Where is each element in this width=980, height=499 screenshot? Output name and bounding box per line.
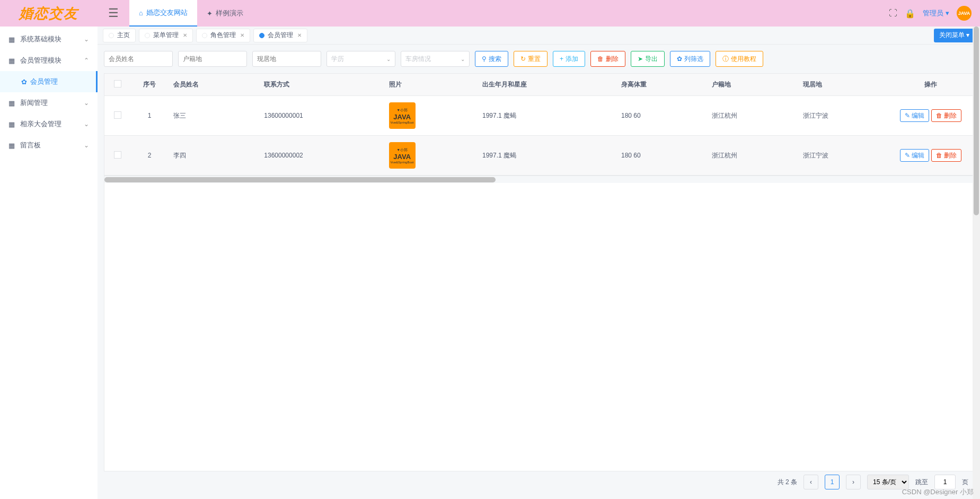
scrollbar-thumb[interactable] [104, 177, 496, 182]
delete-button[interactable]: 🗑删除 [590, 51, 625, 67]
export-button[interactable]: ➤导出 [631, 51, 665, 67]
page-number[interactable]: 1 [825, 475, 840, 489]
grid-icon: ▦ [8, 142, 16, 150]
header: ☰ ⌂ 婚恋交友网站 ✦ 样例演示 ⛶ 🔒 管理员 ▾ JAVA [98, 0, 980, 27]
sidebar-item-member-module[interactable]: ▦ 会员管理模块 ⌃ [0, 50, 98, 71]
close-icon[interactable]: ✕ [183, 32, 187, 38]
search-icon: ⚲ [482, 55, 487, 63]
cell-photo: ▼小郑JAVAVue&SpringBoot [384, 96, 477, 136]
column-filter-button[interactable]: ✿列筛选 [670, 51, 710, 67]
edit-button[interactable]: ✎编辑 [900, 149, 929, 162]
tab-menu-manage[interactable]: 菜单管理✕ [139, 29, 193, 42]
row-checkbox[interactable] [114, 151, 121, 159]
cell-name: 张三 [168, 96, 259, 136]
jump-label: 跳至 [915, 478, 928, 487]
sidebar-item-system[interactable]: ▦ 系统基础模块 ⌄ [0, 29, 98, 50]
refresh-icon: ↻ [520, 55, 526, 63]
nav-tab-site[interactable]: ⌂ 婚恋交友网站 [129, 0, 197, 27]
user-dropdown[interactable]: 管理员 ▾ [923, 8, 949, 18]
col-body: 身高体重 [616, 74, 707, 96]
sidebar-item-label: 留言板 [20, 141, 41, 150]
delete-button[interactable]: 🗑删除 [931, 149, 961, 162]
cell-action: ✎编辑🗑删除 [888, 136, 973, 176]
grid-icon: ▦ [8, 57, 16, 65]
col-origin: 户籍地 [707, 74, 797, 96]
lock-icon[interactable]: 🔒 [905, 8, 915, 19]
table-container: 序号 会员姓名 联系方式 照片 出生年月和星座 身高体重 户籍地 现居地 操作 … [104, 73, 974, 471]
cell-phone: 13600000002 [259, 136, 383, 176]
cell-phone: 13600000001 [259, 96, 383, 136]
prev-page[interactable]: ‹ [804, 475, 818, 489]
cell-residence: 浙江宁波 [798, 96, 888, 136]
col-action: 操作 [888, 74, 973, 96]
cell-no: 1 [131, 96, 168, 136]
col-no: 序号 [131, 74, 168, 96]
horizontal-scrollbar[interactable] [104, 176, 973, 183]
sidebar-menu: ▦ 系统基础模块 ⌄ ▦ 会员管理模块 ⌃ ✿ 会员管理 ▦ 新闻管理 ⌄ ▦ … [0, 27, 98, 156]
add-button[interactable]: +添加 [553, 51, 585, 67]
chevron-down-icon: ⌄ [84, 120, 89, 128]
close-menu-button[interactable]: 关闭菜单 ▾ [934, 29, 975, 42]
cell-name: 李四 [168, 136, 259, 176]
avatar[interactable]: JAVA [957, 6, 972, 21]
tab-role-manage[interactable]: 角色管理✕ [196, 29, 250, 42]
total-count: 共 2 条 [778, 478, 797, 487]
search-button[interactable]: ⚲搜索 [475, 51, 508, 67]
vertical-scrollbar[interactable] [973, 27, 980, 499]
row-checkbox[interactable] [114, 111, 121, 119]
reset-button[interactable]: ↻重置 [514, 51, 548, 67]
gear-icon: ✿ [21, 78, 27, 86]
tab-home[interactable]: 主页 [103, 29, 136, 42]
cell-birth: 1997.1 魔蝎 [477, 96, 616, 136]
origin-input[interactable] [178, 51, 247, 67]
member-table: 序号 会员姓名 联系方式 照片 出生年月和星座 身高体重 户籍地 现居地 操作 … [104, 74, 973, 176]
next-page[interactable]: › [846, 475, 861, 489]
hamburger-icon[interactable]: ☰ [98, 0, 129, 27]
name-input[interactable] [104, 51, 173, 67]
close-icon[interactable]: ✕ [297, 32, 302, 38]
dot-icon [202, 33, 207, 38]
logo: 婚恋交友 [0, 0, 98, 27]
cell-residence: 浙江宁波 [798, 136, 888, 176]
sparkle-icon: ✦ [207, 10, 213, 17]
cell-body: 180 60 [616, 136, 707, 176]
fullscreen-icon[interactable]: ⛶ [889, 8, 897, 18]
edit-button[interactable]: ✎编辑 [900, 109, 929, 122]
sidebar-item-news[interactable]: ▦ 新闻管理 ⌄ [0, 92, 98, 113]
grid-icon: ▦ [8, 120, 16, 128]
car-house-select[interactable]: 车房情况⌄ [401, 51, 470, 67]
send-icon: ➤ [638, 55, 643, 63]
sidebar-item-label: 会员管理 [30, 77, 58, 86]
page-tabs: 主页 菜单管理✕ 角色管理✕ 会员管理✕ 关闭菜单 ▾ [98, 27, 980, 45]
cell-origin: 浙江杭州 [707, 96, 797, 136]
scrollbar-thumb[interactable] [974, 27, 979, 215]
col-residence: 现居地 [798, 74, 888, 96]
dot-icon [145, 33, 150, 38]
chevron-down-icon: ⌄ [84, 142, 89, 149]
plus-icon: + [560, 55, 563, 63]
sidebar-item-label: 相亲大会管理 [20, 119, 61, 129]
cell-no: 2 [131, 136, 168, 176]
sidebar-item-guestbook[interactable]: ▦ 留言板 ⌄ [0, 135, 98, 156]
nav-tab-demo[interactable]: ✦ 样例演示 [197, 0, 253, 27]
residence-input[interactable] [252, 51, 321, 67]
cell-birth: 1997.1 魔蝎 [477, 136, 616, 176]
chevron-down-icon: ⌄ [386, 56, 391, 62]
sidebar-item-label: 系统基础模块 [20, 34, 61, 44]
cell-body: 180 60 [616, 96, 707, 136]
education-select[interactable]: 学历⌄ [326, 51, 395, 67]
delete-button[interactable]: 🗑删除 [931, 109, 961, 122]
trash-icon: 🗑 [936, 152, 942, 159]
sidebar-item-member-manage[interactable]: ✿ 会员管理 [0, 71, 98, 92]
guide-button[interactable]: ⓘ使用教程 [716, 51, 763, 67]
sidebar-item-blinddate[interactable]: ▦ 相亲大会管理 ⌄ [0, 113, 98, 135]
jump-suffix: 页 [962, 478, 968, 487]
checkbox-all[interactable] [114, 80, 121, 87]
col-birth: 出生年月和星座 [477, 74, 616, 96]
tab-member-manage[interactable]: 会员管理✕ [253, 29, 307, 42]
watermark: CSDN @Designer 小郑 [902, 487, 974, 497]
table-row: 2李四13600000002▼小郑JAVAVue&SpringBoot1997.… [104, 136, 973, 176]
nav-label: 婚恋交友网站 [146, 8, 188, 17]
cell-origin: 浙江杭州 [707, 136, 797, 176]
close-icon[interactable]: ✕ [240, 32, 244, 38]
